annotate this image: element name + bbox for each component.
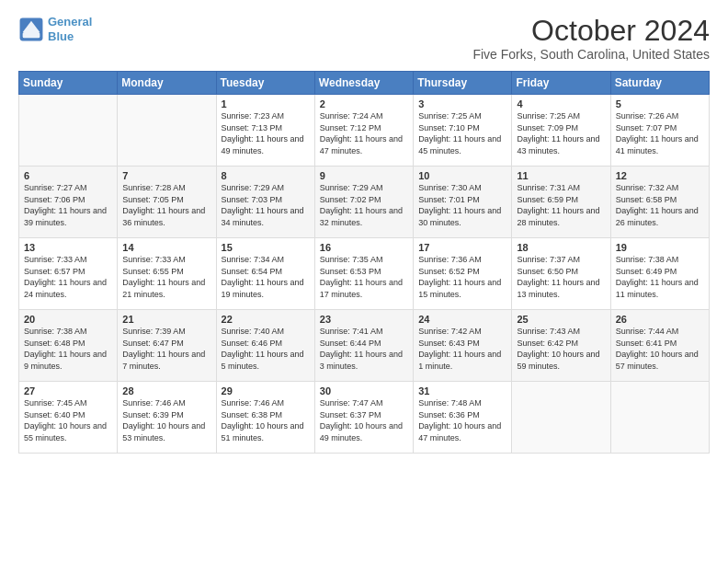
calendar-cell: 26Sunrise: 7:44 AM Sunset: 6:41 PM Dayli… [610,310,709,382]
location-title: Five Forks, South Carolina, United State… [472,47,710,62]
calendar-week-3: 13Sunrise: 7:33 AM Sunset: 6:57 PM Dayli… [19,238,710,310]
month-title: October 2024 [472,15,710,47]
day-number: 27 [24,385,112,396]
calendar-cell [19,95,118,167]
calendar-cell: 19Sunrise: 7:38 AM Sunset: 6:49 PM Dayli… [610,238,709,310]
day-number: 15 [222,242,310,253]
day-number: 3 [418,98,506,109]
day-number: 12 [616,170,704,181]
calendar-cell: 8Sunrise: 7:29 AM Sunset: 7:03 PM Daylig… [216,167,314,238]
day-number: 8 [222,170,310,181]
calendar-week-1: 1Sunrise: 7:23 AM Sunset: 7:13 PM Daylig… [19,95,710,167]
calendar-cell: 21Sunrise: 7:39 AM Sunset: 6:47 PM Dayli… [118,310,216,382]
calendar-cell: 31Sunrise: 7:48 AM Sunset: 6:36 PM Dayli… [414,382,512,454]
calendar-week-4: 20Sunrise: 7:38 AM Sunset: 6:48 PM Dayli… [19,310,710,382]
calendar-week-2: 6Sunrise: 7:27 AM Sunset: 7:06 PM Daylig… [19,167,710,238]
calendar-cell: 10Sunrise: 7:30 AM Sunset: 7:01 PM Dayli… [414,167,512,238]
page: General Blue October 2024 Five Forks, So… [0,0,728,563]
calendar-header: SundayMondayTuesdayWednesdayThursdayFrid… [19,72,710,95]
header: General Blue October 2024 Five Forks, So… [18,15,710,62]
logo: General Blue [18,15,92,43]
day-number: 5 [616,98,704,109]
day-info: Sunrise: 7:42 AM Sunset: 6:43 PM Dayligh… [418,326,506,372]
logo-line2: Blue [48,29,74,43]
day-info: Sunrise: 7:33 AM Sunset: 6:55 PM Dayligh… [122,254,210,300]
day-info: Sunrise: 7:33 AM Sunset: 6:57 PM Dayligh… [24,254,112,300]
calendar-cell: 18Sunrise: 7:37 AM Sunset: 6:50 PM Dayli… [512,238,610,310]
weekday-header-sunday: Sunday [19,72,118,95]
calendar-cell: 6Sunrise: 7:27 AM Sunset: 7:06 PM Daylig… [19,167,118,238]
day-number: 7 [122,170,210,181]
day-info: Sunrise: 7:31 AM Sunset: 6:59 PM Dayligh… [517,182,605,228]
weekday-header-thursday: Thursday [414,72,512,95]
logo-line1: General [48,15,92,29]
day-info: Sunrise: 7:38 AM Sunset: 6:49 PM Dayligh… [616,254,704,300]
day-info: Sunrise: 7:36 AM Sunset: 6:52 PM Dayligh… [418,254,506,300]
calendar-cell: 9Sunrise: 7:29 AM Sunset: 7:02 PM Daylig… [314,167,413,238]
day-info: Sunrise: 7:48 AM Sunset: 6:36 PM Dayligh… [418,397,506,443]
day-info: Sunrise: 7:24 AM Sunset: 7:12 PM Dayligh… [320,110,408,156]
calendar-cell: 15Sunrise: 7:34 AM Sunset: 6:54 PM Dayli… [216,238,314,310]
calendar-cell: 28Sunrise: 7:46 AM Sunset: 6:39 PM Dayli… [118,382,216,454]
day-info: Sunrise: 7:43 AM Sunset: 6:42 PM Dayligh… [517,326,605,372]
calendar-cell: 16Sunrise: 7:35 AM Sunset: 6:53 PM Dayli… [314,238,413,310]
day-number: 29 [222,385,310,396]
day-number: 19 [616,242,704,253]
day-number: 2 [320,98,408,109]
weekday-header-friday: Friday [512,72,610,95]
svg-rect-2 [23,32,40,38]
calendar-cell: 20Sunrise: 7:38 AM Sunset: 6:48 PM Dayli… [19,310,118,382]
calendar-cell: 1Sunrise: 7:23 AM Sunset: 7:13 PM Daylig… [216,95,314,167]
calendar-cell: 5Sunrise: 7:26 AM Sunset: 7:07 PM Daylig… [610,95,709,167]
calendar-cell: 25Sunrise: 7:43 AM Sunset: 6:42 PM Dayli… [512,310,610,382]
calendar-cell: 13Sunrise: 7:33 AM Sunset: 6:57 PM Dayli… [19,238,118,310]
logo-text: General Blue [48,15,92,43]
calendar-cell: 3Sunrise: 7:25 AM Sunset: 7:10 PM Daylig… [414,95,512,167]
weekday-row: SundayMondayTuesdayWednesdayThursdayFrid… [19,72,710,95]
day-number: 20 [24,314,112,325]
day-info: Sunrise: 7:29 AM Sunset: 7:03 PM Dayligh… [222,182,310,228]
calendar-cell: 27Sunrise: 7:45 AM Sunset: 6:40 PM Dayli… [19,382,118,454]
calendar-cell: 17Sunrise: 7:36 AM Sunset: 6:52 PM Dayli… [414,238,512,310]
day-number: 4 [517,98,605,109]
calendar-cell: 7Sunrise: 7:28 AM Sunset: 7:05 PM Daylig… [118,167,216,238]
day-info: Sunrise: 7:44 AM Sunset: 6:41 PM Dayligh… [616,326,704,372]
calendar-body: 1Sunrise: 7:23 AM Sunset: 7:13 PM Daylig… [19,95,710,454]
day-number: 21 [122,314,210,325]
title-block: October 2024 Five Forks, South Carolina,… [472,15,710,62]
day-number: 22 [222,314,310,325]
day-info: Sunrise: 7:26 AM Sunset: 7:07 PM Dayligh… [616,110,704,156]
calendar-cell: 11Sunrise: 7:31 AM Sunset: 6:59 PM Dayli… [512,167,610,238]
weekday-header-saturday: Saturday [610,72,709,95]
calendar-cell [118,95,216,167]
day-number: 10 [418,170,506,181]
calendar-cell: 23Sunrise: 7:41 AM Sunset: 6:44 PM Dayli… [314,310,413,382]
day-info: Sunrise: 7:41 AM Sunset: 6:44 PM Dayligh… [320,326,408,372]
calendar-cell: 30Sunrise: 7:47 AM Sunset: 6:37 PM Dayli… [314,382,413,454]
weekday-header-tuesday: Tuesday [216,72,314,95]
day-info: Sunrise: 7:25 AM Sunset: 7:09 PM Dayligh… [517,110,605,156]
day-info: Sunrise: 7:28 AM Sunset: 7:05 PM Dayligh… [122,182,210,228]
weekday-header-monday: Monday [118,72,216,95]
day-info: Sunrise: 7:46 AM Sunset: 6:39 PM Dayligh… [122,397,210,443]
day-number: 31 [418,385,506,396]
calendar-cell: 12Sunrise: 7:32 AM Sunset: 6:58 PM Dayli… [610,167,709,238]
day-info: Sunrise: 7:38 AM Sunset: 6:48 PM Dayligh… [24,326,112,372]
calendar-cell: 2Sunrise: 7:24 AM Sunset: 7:12 PM Daylig… [314,95,413,167]
weekday-header-wednesday: Wednesday [314,72,413,95]
calendar-cell: 24Sunrise: 7:42 AM Sunset: 6:43 PM Dayli… [414,310,512,382]
day-number: 28 [122,385,210,396]
calendar-cell: 29Sunrise: 7:46 AM Sunset: 6:38 PM Dayli… [216,382,314,454]
day-info: Sunrise: 7:37 AM Sunset: 6:50 PM Dayligh… [517,254,605,300]
day-info: Sunrise: 7:39 AM Sunset: 6:47 PM Dayligh… [122,326,210,372]
day-number: 30 [320,385,408,396]
day-number: 24 [418,314,506,325]
day-info: Sunrise: 7:23 AM Sunset: 7:13 PM Dayligh… [222,110,310,156]
day-info: Sunrise: 7:45 AM Sunset: 6:40 PM Dayligh… [24,397,112,443]
day-info: Sunrise: 7:47 AM Sunset: 6:37 PM Dayligh… [320,397,408,443]
calendar-table: SundayMondayTuesdayWednesdayThursdayFrid… [18,71,710,454]
day-number: 16 [320,242,408,253]
day-info: Sunrise: 7:32 AM Sunset: 6:58 PM Dayligh… [616,182,704,228]
calendar-cell [610,382,709,454]
day-number: 25 [517,314,605,325]
